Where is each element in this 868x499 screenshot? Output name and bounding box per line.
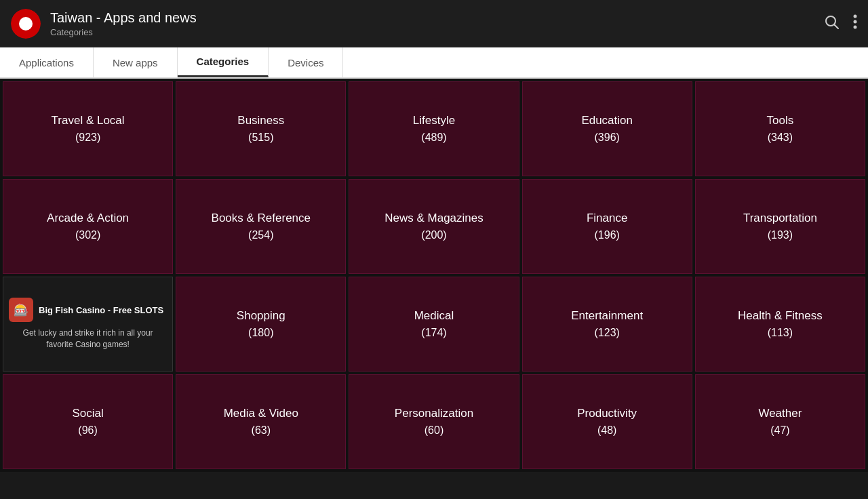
category-name: Personalization (395, 407, 473, 420)
tab-categories[interactable]: Categories (178, 47, 269, 77)
category-cell[interactable]: Finance (196) (522, 179, 692, 274)
more-options-icon[interactable] (853, 14, 857, 34)
category-name: Media & Video (224, 407, 298, 420)
category-count: (63) (252, 424, 271, 437)
category-cell[interactable]: Shopping (180) (176, 277, 346, 372)
category-count: (123) (595, 327, 620, 339)
category-cell[interactable]: Education (396) (522, 81, 692, 176)
category-count: (923) (75, 132, 100, 144)
category-cell[interactable]: Personalization (60) (349, 374, 519, 469)
category-name: Social (72, 407, 103, 420)
category-name: Arcade & Action (47, 212, 129, 225)
category-name: Health & Fitness (738, 309, 823, 323)
category-cell[interactable]: Tools (343) (695, 81, 865, 176)
ad-icon: 🎰 (9, 298, 33, 322)
app-header: Taiwan - Apps and news Categories (0, 0, 868, 47)
ad-description: Get lucky and strike it rich in all your… (9, 327, 167, 351)
category-name: Travel & Local (52, 114, 125, 127)
category-count: (180) (248, 327, 273, 339)
navigation-tabs: Applications New apps Categories Devices (0, 47, 868, 79)
category-count: (174) (421, 327, 446, 339)
category-name: Shopping (237, 309, 285, 323)
category-name: Weather (758, 407, 802, 420)
ad-title: Big Fish Casino - Free SLOTS (39, 305, 163, 315)
category-cell[interactable]: Entertainment (123) (522, 277, 692, 372)
category-name: Medical (414, 309, 454, 323)
category-count: (515) (248, 132, 273, 144)
category-cell[interactable]: Social (96) (3, 374, 173, 469)
search-icon[interactable] (823, 14, 840, 34)
app-logo (11, 9, 41, 39)
category-count: (48) (597, 424, 616, 437)
category-name: Finance (587, 212, 627, 225)
app-subtitle: Categories (50, 27, 823, 37)
category-name: Entertainment (571, 309, 643, 323)
svg-point-6 (854, 25, 857, 28)
category-cell[interactable]: Medical (174) (349, 277, 519, 372)
category-count: (489) (421, 132, 446, 144)
category-name: Productivity (577, 407, 637, 420)
category-count: (96) (78, 424, 97, 437)
category-name: Lifestyle (413, 114, 455, 127)
app-title: Taiwan - Apps and news (50, 10, 823, 26)
ad-cell[interactable]: 🎰 Big Fish Casino - Free SLOTS Get lucky… (3, 277, 173, 372)
category-count: (343) (768, 132, 793, 144)
category-cell[interactable]: Books & Reference (254) (176, 179, 346, 274)
category-cell[interactable]: Arcade & Action (302) (3, 179, 173, 274)
category-name: Books & Reference (212, 212, 311, 225)
category-cell[interactable]: Media & Video (63) (176, 374, 346, 469)
category-cell[interactable]: Health & Fitness (113) (695, 277, 865, 372)
svg-line-3 (835, 24, 839, 28)
category-name: Transportation (743, 212, 817, 225)
category-name: Tools (767, 114, 794, 127)
category-cell[interactable]: Productivity (48) (522, 374, 692, 469)
category-name: Business (237, 114, 284, 127)
category-count: (193) (768, 229, 793, 241)
category-count: (60) (425, 424, 443, 437)
header-title-block: Taiwan - Apps and news Categories (50, 10, 823, 37)
category-count: (302) (75, 229, 100, 241)
tab-devices[interactable]: Devices (269, 47, 343, 77)
category-cell[interactable]: Weather (47) (695, 374, 865, 469)
category-cell[interactable]: News & Magazines (200) (349, 179, 519, 274)
category-cell[interactable]: Lifestyle (489) (349, 81, 519, 176)
category-count: (47) (770, 424, 789, 437)
category-cell[interactable]: Transportation (193) (695, 179, 865, 274)
svg-point-5 (854, 20, 857, 23)
category-count: (254) (248, 229, 273, 241)
category-cell[interactable]: Travel & Local (923) (3, 81, 173, 176)
svg-point-1 (19, 17, 33, 31)
category-name: News & Magazines (384, 212, 484, 225)
category-cell[interactable]: Business (515) (176, 81, 346, 176)
svg-point-4 (854, 14, 857, 18)
category-count: (196) (595, 229, 620, 241)
category-count: (200) (421, 229, 446, 241)
tab-new-apps[interactable]: New apps (94, 47, 178, 77)
category-count: (113) (768, 327, 793, 339)
header-actions (823, 14, 857, 34)
categories-grid: Travel & Local (923) Business (515) Life… (0, 79, 868, 472)
category-count: (396) (595, 132, 620, 144)
tab-applications[interactable]: Applications (0, 47, 94, 77)
category-name: Education (581, 114, 633, 127)
